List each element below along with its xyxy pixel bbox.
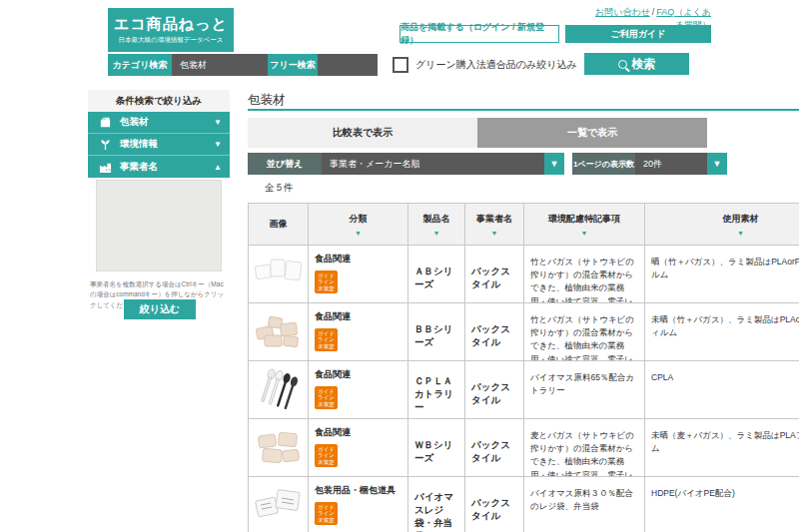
sidebar-item-packaging[interactable]: 包装材 ▼ xyxy=(88,112,230,134)
sort-arrow-icon: ▼ xyxy=(355,230,362,237)
eco-note: 竹とバガス（サトウキビの搾りかす）の混合素材からできた、植物由来の業務用・使い捨… xyxy=(524,303,645,361)
product-name: バイオマスレジ袋・弁当袋 xyxy=(408,477,465,532)
guideline-badge: ガイドライン未策定 xyxy=(315,328,338,351)
product-name: ＢＢシリーズ xyxy=(408,303,465,361)
category-search-label: カテゴリ検索 xyxy=(108,54,172,76)
sort-arrow-icon: ▼ xyxy=(491,230,498,237)
column-header-image: 画像 xyxy=(249,204,309,246)
company-name: パックスタイル xyxy=(465,477,524,532)
material: 未晒（麦＋バガス）、ラミ製品はPLAフィルム xyxy=(645,419,799,477)
guideline-badge: ガイドライン未策定 xyxy=(315,502,338,525)
chevron-up-icon: ▲ xyxy=(214,163,222,172)
title-underline xyxy=(248,109,799,111)
product-image xyxy=(249,419,309,477)
category-cell: 食品関連 ガイドライン未策定 xyxy=(309,419,408,477)
company-multiselect-listbox[interactable] xyxy=(96,180,222,271)
column-header-product[interactable]: 製品名▼ xyxy=(408,204,465,246)
post-product-button[interactable]: 商品を掲載する（ログイン / 新規登録） xyxy=(400,25,559,43)
company-name: パックスタイル xyxy=(465,246,524,303)
page: エコ商品ねっと 日本最大級の環境情報データベース お問い合わせ/FAQ（よくある… xyxy=(0,0,799,532)
sort-arrow-icon: ▼ xyxy=(433,230,440,237)
tab-list-view[interactable]: 一覧で表示 xyxy=(477,118,707,148)
product-image xyxy=(249,246,309,303)
material: HDPE(バイオPE配合) xyxy=(645,477,799,532)
material: 未晒（竹＋バガス）、ラミ製品はPLAorPEフィルム xyxy=(645,303,799,361)
product-name: ＡＢシリーズ xyxy=(408,246,465,303)
sprout-icon xyxy=(96,138,114,151)
factory-icon xyxy=(96,161,114,174)
tab-comparison-view[interactable]: 比較表で表示 xyxy=(248,118,477,148)
result-count: 全５件 xyxy=(265,182,294,195)
guideline-badge: ガイドライン未策定 xyxy=(315,386,338,409)
contact-link[interactable]: お問い合わせ xyxy=(595,7,650,17)
table-row[interactable]: 包装用品・梱包道具 ガイドライン未策定 バイオマスレジ袋・弁当袋 パックスタイル… xyxy=(249,477,799,532)
product-name: ＣＰＬＡカトラリー xyxy=(408,361,465,419)
green-law-checkbox[interactable] xyxy=(393,57,408,73)
sidebar-item-company[interactable]: 事業者名 ▲ xyxy=(88,156,230,178)
sidebar-item-environment[interactable]: 環境情報 ▼ xyxy=(88,134,230,156)
product-image xyxy=(249,361,309,419)
column-header-category[interactable]: 分類▼ xyxy=(309,204,408,246)
sort-select-value: 事業者・メーカー名順 xyxy=(330,158,419,171)
company-name: パックスタイル xyxy=(465,419,524,477)
free-search-label: フリー検索 xyxy=(268,54,318,76)
site-title: エコ商品ねっと xyxy=(114,15,228,34)
product-table: 画像 分類▼ 製品名▼ 事業者名▼ 環境配慮特記事項▼ 使用素材▼ 食品関連 ガ… xyxy=(248,203,799,532)
sidebar-header: 条件検索で絞り込み xyxy=(88,90,230,112)
per-page-select-value: 20件 xyxy=(643,158,662,171)
column-header-material[interactable]: 使用素材▼ xyxy=(645,204,799,246)
search-button[interactable]: 検索 xyxy=(584,53,689,75)
material: 晒（竹＋バガス）、ラミ製品はPLAorPETフィルム xyxy=(645,246,799,303)
sort-select[interactable]: 事業者・メーカー名順 ▼ xyxy=(322,153,564,175)
package-icon xyxy=(96,116,114,129)
eco-note: 麦とバガス（サトウキビの搾りかす）の混合素材からできた、植物由来の業務用・使い捨… xyxy=(524,419,645,477)
sidebar-item-label: 包装材 xyxy=(120,116,214,129)
per-page-label: 1ページの表示数 xyxy=(572,153,635,175)
per-page-select[interactable]: 20件 ▼ xyxy=(635,153,727,175)
green-law-checkbox-label: グリーン購入法適合品のみ絞り込み xyxy=(415,58,577,72)
guideline-badge: ガイドライン未策定 xyxy=(315,270,338,293)
page-title: 包装材 xyxy=(248,92,286,109)
sort-label: 並び替え xyxy=(248,153,322,175)
sort-arrow-icon: ▼ xyxy=(581,230,588,237)
chevron-down-icon: ▼ xyxy=(214,118,222,127)
site-logo[interactable]: エコ商品ねっと 日本最大級の環境情報データベース xyxy=(108,8,234,52)
eco-note: バイオマス原料３０％配合のレジ袋、弁当袋 xyxy=(524,477,645,532)
product-image xyxy=(249,303,309,361)
product-image xyxy=(249,477,309,532)
sidebar-item-label: 環境情報 xyxy=(120,138,214,151)
chevron-down-icon: ▼ xyxy=(544,153,564,175)
category-cell: 包装用品・梱包道具 ガイドライン未策定 xyxy=(309,477,408,532)
table-row[interactable]: 食品関連 ガイドライン未策定 ＢＢシリーズ パックスタイル 竹とバガス（サトウキ… xyxy=(249,303,799,361)
column-header-eco-notes[interactable]: 環境配慮特記事項▼ xyxy=(524,204,645,246)
guideline-badge: ガイドライン未策定 xyxy=(315,444,338,467)
category-select-value: 包装材 xyxy=(180,59,207,72)
product-name: ＷＢシリーズ xyxy=(408,419,465,477)
free-search-input[interactable] xyxy=(318,54,378,76)
category-cell: 食品関連 ガイドライン未策定 xyxy=(309,303,408,361)
sidebar-item-label: 事業者名 xyxy=(120,161,214,174)
user-guide-button[interactable]: ご利用ガイド xyxy=(565,25,711,43)
company-name: パックスタイル xyxy=(465,303,524,361)
sidebar-filter-panel: 包装材 ▼ 環境情報 ▼ 事業者名 ▲ xyxy=(88,112,230,178)
eco-note: バイオマス原料65％配合カトラリー xyxy=(524,361,645,419)
eco-note: 竹とバガス（サトウキビの搾りかす）の混合素材からできた、植物由来の業務用・使い捨… xyxy=(524,246,645,303)
table-row[interactable]: 食品関連 ガイドライン未策定 ＣＰＬＡカトラリー パックスタイル バイオマス原料… xyxy=(249,361,799,419)
link-separator: / xyxy=(652,7,655,17)
table-row[interactable]: 食品関連 ガイドライン未策定 ＷＢシリーズ パックスタイル 麦とバガス（サトウキ… xyxy=(249,419,799,477)
table-header-row: 画像 分類▼ 製品名▼ 事業者名▼ 環境配慮特記事項▼ 使用素材▼ xyxy=(249,204,799,246)
sort-arrow-icon: ▼ xyxy=(737,230,744,237)
category-cell: 食品関連 ガイドライン未策定 xyxy=(309,361,408,419)
company-name: パックスタイル xyxy=(465,361,524,419)
column-header-company[interactable]: 事業者名▼ xyxy=(465,204,524,246)
search-icon xyxy=(618,60,627,69)
table-row[interactable]: 食品関連 ガイドライン未策定 ＡＢシリーズ パックスタイル 竹とバガス（サトウキ… xyxy=(249,246,799,303)
category-cell: 食品関連 ガイドライン未策定 xyxy=(309,246,408,303)
apply-filter-button[interactable]: 絞り込む xyxy=(124,299,196,319)
site-subtitle: 日本最大級の環境情報データベース xyxy=(119,36,224,45)
chevron-down-icon: ▼ xyxy=(707,153,727,175)
chevron-down-icon: ▼ xyxy=(214,140,222,149)
material: CPLA xyxy=(645,361,799,419)
search-button-label: 検索 xyxy=(632,56,656,73)
